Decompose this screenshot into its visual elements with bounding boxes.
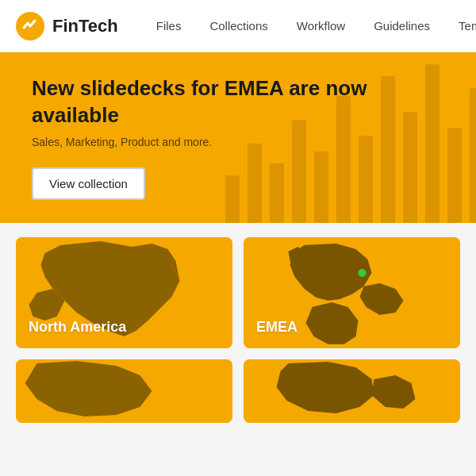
bottom-left-map <box>16 359 232 423</box>
bottom-card-right[interactable] <box>244 359 460 423</box>
cards-section: North America EMEA <box>0 223 476 437</box>
nav-guidelines[interactable]: Guidelines <box>359 0 444 52</box>
header: FinTech Files Collections Workflow Guide… <box>0 0 476 52</box>
nav-workflow[interactable]: Workflow <box>282 0 359 52</box>
bottom-right-map <box>244 359 460 423</box>
emea-label: EMEA <box>256 319 298 336</box>
logo-icon <box>16 12 44 40</box>
nav-files[interactable]: Files <box>142 0 196 52</box>
emea-card[interactable]: EMEA <box>244 237 460 348</box>
cards-grid: North America EMEA <box>16 237 460 423</box>
bottom-card-left[interactable] <box>16 359 232 423</box>
nav-collections[interactable]: Collections <box>195 0 282 52</box>
logo-area: FinTech <box>16 12 118 40</box>
nav-templates[interactable]: Tem... <box>444 0 476 52</box>
main-nav: Files Collections Workflow Guidelines Te… <box>142 0 476 52</box>
view-collection-button[interactable]: View collection <box>32 167 145 200</box>
north-america-label: North America <box>29 319 126 336</box>
north-america-card[interactable]: North America <box>16 237 232 348</box>
logo-text: FinTech <box>52 16 118 36</box>
hero-decoration <box>225 52 476 223</box>
hero-banner: New slidedecks for EMEA are now availabl… <box>0 52 476 223</box>
green-indicator <box>359 269 367 277</box>
